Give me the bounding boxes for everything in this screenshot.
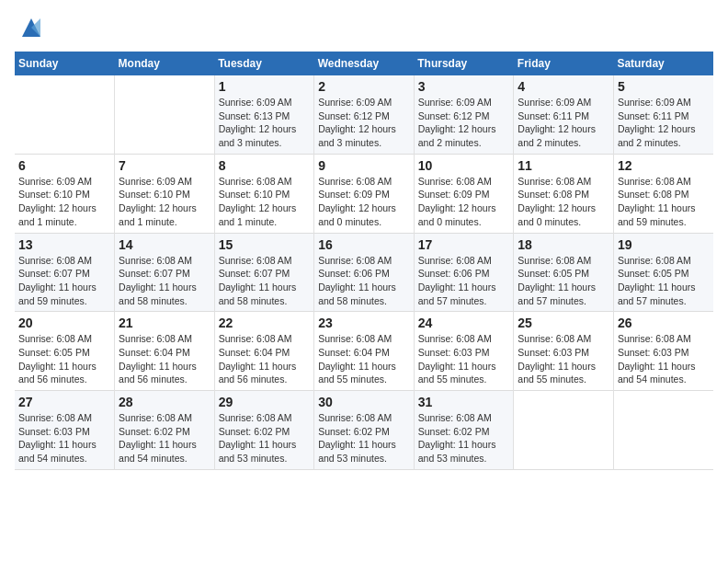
- calendar-cell: 23Sunrise: 6:08 AM Sunset: 6:04 PM Dayli…: [314, 312, 415, 391]
- calendar-cell: 3Sunrise: 6:09 AM Sunset: 6:12 PM Daylig…: [414, 75, 514, 154]
- page-header: [15, 15, 713, 40]
- calendar-cell: 8Sunrise: 6:08 AM Sunset: 6:10 PM Daylig…: [214, 154, 314, 233]
- day-info: Sunrise: 6:09 AM Sunset: 6:11 PM Dayligh…: [618, 96, 710, 150]
- calendar-body: 1Sunrise: 6:09 AM Sunset: 6:13 PM Daylig…: [15, 75, 713, 469]
- day-number: 6: [18, 158, 110, 173]
- calendar-cell: 15Sunrise: 6:08 AM Sunset: 6:07 PM Dayli…: [214, 233, 314, 312]
- day-info: Sunrise: 6:09 AM Sunset: 6:11 PM Dayligh…: [518, 96, 609, 150]
- day-number: 5: [618, 79, 710, 94]
- day-info: Sunrise: 6:08 AM Sunset: 6:02 PM Dayligh…: [119, 411, 210, 465]
- day-info: Sunrise: 6:08 AM Sunset: 6:03 PM Dayligh…: [618, 332, 710, 386]
- day-number: 2: [318, 79, 410, 94]
- day-number: 25: [518, 316, 609, 330]
- day-number: 14: [119, 237, 210, 252]
- day-info: Sunrise: 6:08 AM Sunset: 6:02 PM Dayligh…: [418, 411, 510, 465]
- day-info: Sunrise: 6:08 AM Sunset: 6:09 PM Dayligh…: [418, 175, 510, 229]
- calendar-cell: 14Sunrise: 6:08 AM Sunset: 6:07 PM Dayli…: [115, 233, 215, 312]
- day-number: 29: [219, 395, 311, 409]
- calendar-cell: 27Sunrise: 6:08 AM Sunset: 6:03 PM Dayli…: [15, 391, 115, 470]
- day-number: 30: [318, 395, 410, 409]
- day-info: Sunrise: 6:08 AM Sunset: 6:10 PM Dayligh…: [219, 175, 311, 229]
- day-number: 19: [618, 237, 710, 252]
- calendar-cell: 26Sunrise: 6:08 AM Sunset: 6:03 PM Dayli…: [613, 312, 713, 391]
- calendar-cell: 17Sunrise: 6:08 AM Sunset: 6:06 PM Dayli…: [414, 233, 514, 312]
- day-number: 13: [18, 237, 110, 252]
- calendar-week-4: 27Sunrise: 6:08 AM Sunset: 6:03 PM Dayli…: [15, 391, 713, 470]
- calendar-week-0: 1Sunrise: 6:09 AM Sunset: 6:13 PM Daylig…: [15, 75, 713, 154]
- day-info: Sunrise: 6:08 AM Sunset: 6:02 PM Dayligh…: [318, 411, 410, 465]
- calendar-cell: [15, 75, 115, 154]
- calendar-cell: [613, 391, 713, 470]
- day-number: 23: [318, 316, 410, 330]
- header-tuesday: Tuesday: [214, 52, 314, 75]
- calendar-cell: 31Sunrise: 6:08 AM Sunset: 6:02 PM Dayli…: [414, 391, 514, 470]
- calendar-week-3: 20Sunrise: 6:08 AM Sunset: 6:05 PM Dayli…: [15, 312, 713, 391]
- header-sunday: Sunday: [15, 52, 115, 75]
- calendar-cell: 6Sunrise: 6:09 AM Sunset: 6:10 PM Daylig…: [15, 154, 115, 233]
- calendar-cell: 21Sunrise: 6:08 AM Sunset: 6:04 PM Dayli…: [115, 312, 215, 391]
- calendar-header: SundayMondayTuesdayWednesdayThursdayFrid…: [15, 52, 713, 75]
- calendar-cell: 20Sunrise: 6:08 AM Sunset: 6:05 PM Dayli…: [15, 312, 115, 391]
- calendar-cell: 30Sunrise: 6:08 AM Sunset: 6:02 PM Dayli…: [314, 391, 415, 470]
- day-info: Sunrise: 6:08 AM Sunset: 6:08 PM Dayligh…: [618, 175, 710, 229]
- calendar-cell: 24Sunrise: 6:08 AM Sunset: 6:03 PM Dayli…: [414, 312, 514, 391]
- header-friday: Friday: [514, 52, 614, 75]
- day-info: Sunrise: 6:08 AM Sunset: 6:06 PM Dayligh…: [318, 254, 410, 308]
- day-number: 28: [119, 395, 210, 409]
- day-info: Sunrise: 6:08 AM Sunset: 6:07 PM Dayligh…: [119, 254, 210, 308]
- calendar-cell: 11Sunrise: 6:08 AM Sunset: 6:08 PM Dayli…: [514, 154, 614, 233]
- day-info: Sunrise: 6:08 AM Sunset: 6:06 PM Dayligh…: [418, 254, 510, 308]
- calendar-cell: 2Sunrise: 6:09 AM Sunset: 6:12 PM Daylig…: [314, 75, 415, 154]
- calendar-cell: 1Sunrise: 6:09 AM Sunset: 6:13 PM Daylig…: [214, 75, 314, 154]
- day-number: 11: [518, 158, 609, 173]
- logo: [15, 15, 44, 40]
- day-number: 22: [219, 316, 311, 330]
- calendar-cell: 22Sunrise: 6:08 AM Sunset: 6:04 PM Dayli…: [214, 312, 314, 391]
- calendar-cell: 19Sunrise: 6:08 AM Sunset: 6:05 PM Dayli…: [613, 233, 713, 312]
- calendar-cell: 10Sunrise: 6:08 AM Sunset: 6:09 PM Dayli…: [414, 154, 514, 233]
- calendar-cell: 13Sunrise: 6:08 AM Sunset: 6:07 PM Dayli…: [15, 233, 115, 312]
- day-info: Sunrise: 6:08 AM Sunset: 6:05 PM Dayligh…: [18, 332, 110, 386]
- header-thursday: Thursday: [414, 52, 514, 75]
- day-info: Sunrise: 6:09 AM Sunset: 6:13 PM Dayligh…: [219, 96, 311, 150]
- day-info: Sunrise: 6:08 AM Sunset: 6:02 PM Dayligh…: [219, 411, 311, 465]
- day-info: Sunrise: 6:08 AM Sunset: 6:07 PM Dayligh…: [18, 254, 110, 308]
- calendar-cell: 5Sunrise: 6:09 AM Sunset: 6:11 PM Daylig…: [613, 75, 713, 154]
- calendar-week-2: 13Sunrise: 6:08 AM Sunset: 6:07 PM Dayli…: [15, 233, 713, 312]
- calendar-cell: 16Sunrise: 6:08 AM Sunset: 6:06 PM Dayli…: [314, 233, 415, 312]
- day-info: Sunrise: 6:08 AM Sunset: 6:05 PM Dayligh…: [618, 254, 710, 308]
- day-info: Sunrise: 6:09 AM Sunset: 6:12 PM Dayligh…: [418, 96, 510, 150]
- day-number: 15: [219, 237, 311, 252]
- calendar-cell: 7Sunrise: 6:09 AM Sunset: 6:10 PM Daylig…: [115, 154, 215, 233]
- day-info: Sunrise: 6:08 AM Sunset: 6:03 PM Dayligh…: [518, 332, 609, 386]
- calendar-cell: [115, 75, 215, 154]
- day-info: Sunrise: 6:09 AM Sunset: 6:10 PM Dayligh…: [119, 175, 210, 229]
- calendar-table: SundayMondayTuesdayWednesdayThursdayFrid…: [15, 52, 713, 470]
- day-number: 18: [518, 237, 609, 252]
- day-info: Sunrise: 6:08 AM Sunset: 6:04 PM Dayligh…: [318, 332, 410, 386]
- header-wednesday: Wednesday: [314, 52, 415, 75]
- calendar-cell: 12Sunrise: 6:08 AM Sunset: 6:08 PM Dayli…: [613, 154, 713, 233]
- header-row: SundayMondayTuesdayWednesdayThursdayFrid…: [15, 52, 713, 75]
- day-info: Sunrise: 6:08 AM Sunset: 6:04 PM Dayligh…: [219, 332, 311, 386]
- day-number: 24: [418, 316, 510, 330]
- calendar-cell: 9Sunrise: 6:08 AM Sunset: 6:09 PM Daylig…: [314, 154, 415, 233]
- day-number: 27: [18, 395, 110, 409]
- calendar-cell: [514, 391, 614, 470]
- day-info: Sunrise: 6:09 AM Sunset: 6:10 PM Dayligh…: [18, 175, 110, 229]
- day-number: 12: [618, 158, 710, 173]
- calendar-cell: 29Sunrise: 6:08 AM Sunset: 6:02 PM Dayli…: [214, 391, 314, 470]
- day-info: Sunrise: 6:08 AM Sunset: 6:09 PM Dayligh…: [318, 175, 410, 229]
- day-number: 4: [518, 79, 609, 94]
- calendar-cell: 25Sunrise: 6:08 AM Sunset: 6:03 PM Dayli…: [514, 312, 614, 391]
- day-info: Sunrise: 6:08 AM Sunset: 6:05 PM Dayligh…: [518, 254, 609, 308]
- day-number: 21: [119, 316, 210, 330]
- day-number: 8: [219, 158, 311, 173]
- day-number: 3: [418, 79, 510, 94]
- day-number: 1: [219, 79, 311, 94]
- day-number: 17: [418, 237, 510, 252]
- day-number: 10: [418, 158, 510, 173]
- day-number: 7: [119, 158, 210, 173]
- day-info: Sunrise: 6:08 AM Sunset: 6:03 PM Dayligh…: [418, 332, 510, 386]
- day-info: Sunrise: 6:09 AM Sunset: 6:12 PM Dayligh…: [318, 96, 410, 150]
